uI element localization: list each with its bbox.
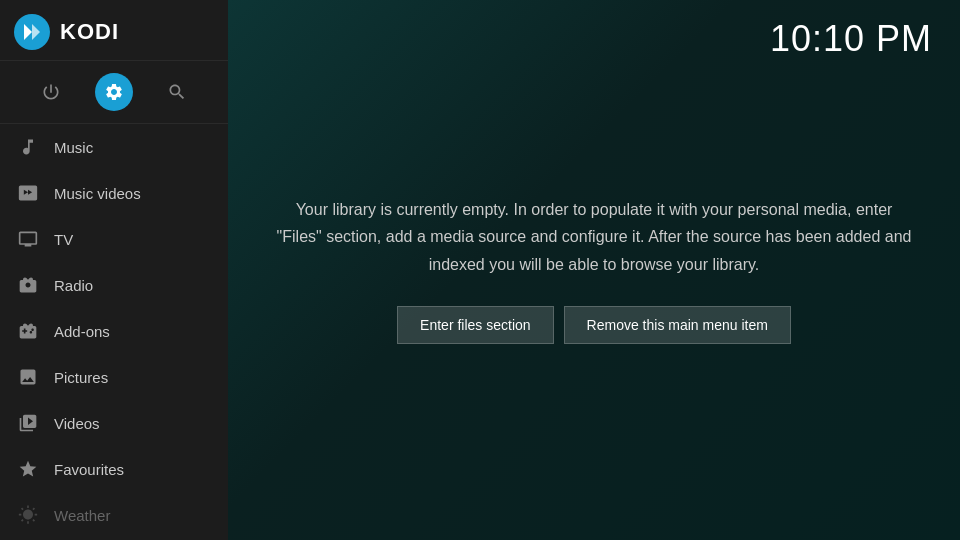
remove-menu-item-button[interactable]: Remove this main menu item xyxy=(564,306,791,344)
sidebar-item-favourites[interactable]: Favourites xyxy=(0,446,228,492)
music-icon xyxy=(16,135,40,159)
sidebar-item-music-label: Music xyxy=(54,139,93,156)
sidebar-item-tv-label: TV xyxy=(54,231,73,248)
top-icon-bar xyxy=(0,61,228,124)
settings-button[interactable] xyxy=(95,73,133,111)
radio-icon xyxy=(16,273,40,297)
sidebar-item-music-videos[interactable]: Music videos xyxy=(0,170,228,216)
main-content: 10:10 PM Your library is currently empty… xyxy=(228,0,960,540)
power-button[interactable] xyxy=(32,73,70,111)
sidebar-item-pictures[interactable]: Pictures xyxy=(0,354,228,400)
time-display: 10:10 PM xyxy=(770,18,932,60)
favourites-icon xyxy=(16,457,40,481)
library-empty-message: Your library is currently empty. In orde… xyxy=(274,196,914,278)
addons-icon xyxy=(16,319,40,343)
sidebar-item-radio-label: Radio xyxy=(54,277,93,294)
sidebar-item-weather[interactable]: Weather xyxy=(0,492,228,538)
sidebar-item-favourites-label: Favourites xyxy=(54,461,124,478)
sidebar-item-music-videos-label: Music videos xyxy=(54,185,141,202)
sidebar-item-tv[interactable]: TV xyxy=(0,216,228,262)
app-title: KODI xyxy=(60,19,119,45)
sidebar-item-music[interactable]: Music xyxy=(0,124,228,170)
search-icon xyxy=(167,82,187,102)
videos-icon xyxy=(16,411,40,435)
sidebar-item-weather-label: Weather xyxy=(54,507,110,524)
action-buttons: Enter files section Remove this main men… xyxy=(274,306,914,344)
search-button[interactable] xyxy=(158,73,196,111)
sidebar-item-pictures-label: Pictures xyxy=(54,369,108,386)
settings-icon xyxy=(104,82,124,102)
kodi-logo-icon xyxy=(14,14,50,50)
weather-icon xyxy=(16,503,40,527)
content-box: Your library is currently empty. In orde… xyxy=(254,176,934,364)
tv-icon xyxy=(16,227,40,251)
sidebar-header: KODI xyxy=(0,0,228,61)
power-icon xyxy=(41,82,61,102)
sidebar: KODI Music xyxy=(0,0,228,540)
sidebar-item-radio[interactable]: Radio xyxy=(0,262,228,308)
music-video-icon xyxy=(16,181,40,205)
sidebar-item-addons-label: Add-ons xyxy=(54,323,110,340)
pictures-icon xyxy=(16,365,40,389)
sidebar-item-videos[interactable]: Videos xyxy=(0,400,228,446)
enter-files-button[interactable]: Enter files section xyxy=(397,306,554,344)
sidebar-item-videos-label: Videos xyxy=(54,415,100,432)
sidebar-item-addons[interactable]: Add-ons xyxy=(0,308,228,354)
nav-list: Music Music videos TV xyxy=(0,124,228,540)
